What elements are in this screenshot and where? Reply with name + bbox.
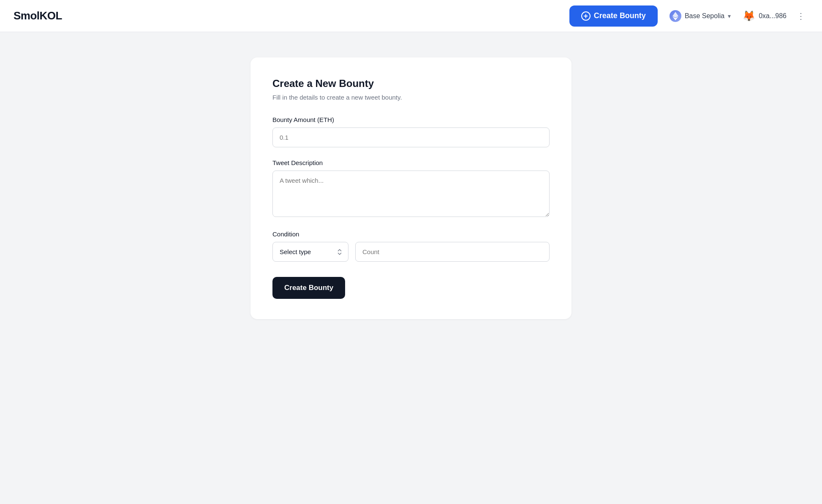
header: SmolKOL + Create Bounty Base Sepolia ▾ 🦊… — [0, 0, 822, 32]
select-type-dropdown[interactable]: Select type Likes Retweets Replies — [272, 242, 348, 262]
create-bounty-button[interactable]: + Create Bounty — [569, 5, 658, 27]
condition-group: Condition Select type Likes Retweets Rep… — [272, 230, 550, 262]
wallet-address: 0xa...986 — [759, 12, 787, 20]
header-right: + Create Bounty Base Sepolia ▾ 🦊 0xa...9… — [569, 5, 808, 27]
tweet-description-input[interactable] — [272, 171, 550, 217]
wallet-info: 🦊 0xa...986 — [743, 10, 787, 22]
chevron-down-icon: ▾ — [728, 13, 731, 19]
main-content: Create a New Bounty Fill in the details … — [0, 32, 822, 504]
network-label: Base Sepolia — [685, 12, 724, 20]
submit-button[interactable]: Create Bounty — [272, 277, 345, 299]
more-menu-button[interactable]: ⋮ — [793, 9, 808, 23]
form-card: Create a New Bounty Fill in the details … — [250, 57, 572, 319]
form-title: Create a New Bounty — [272, 78, 550, 89]
create-bounty-label: Create Bounty — [594, 11, 646, 20]
bounty-amount-label: Bounty Amount (ETH) — [272, 116, 550, 123]
tweet-description-group: Tweet Description — [272, 159, 550, 219]
condition-label: Condition — [272, 230, 550, 238]
condition-row: Select type Likes Retweets Replies — [272, 242, 550, 262]
submit-label: Create Bounty — [284, 284, 333, 292]
metamask-icon: 🦊 — [743, 10, 755, 22]
bounty-amount-input[interactable] — [272, 127, 550, 147]
form-subtitle: Fill in the details to create a new twee… — [272, 94, 550, 101]
count-input[interactable] — [355, 242, 550, 262]
bounty-amount-group: Bounty Amount (ETH) — [272, 116, 550, 147]
network-selector[interactable]: Base Sepolia ▾ — [664, 7, 736, 25]
tweet-description-label: Tweet Description — [272, 159, 550, 166]
ethereum-icon — [670, 10, 681, 22]
plus-icon: + — [581, 11, 591, 21]
logo: SmolKOL — [14, 9, 62, 22]
